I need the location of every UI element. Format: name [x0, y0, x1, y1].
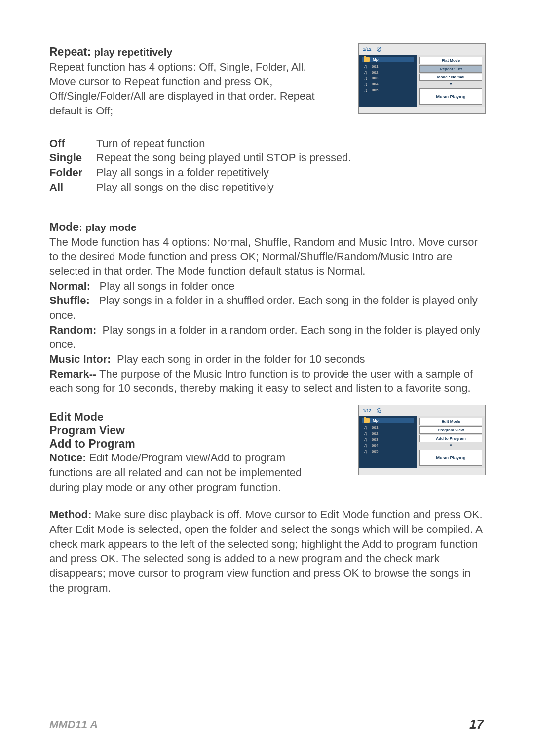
track-list: Mp ♫001 ♫002 ♫003 ♫004 ♫005	[359, 416, 417, 468]
option-row: Folder Play all songs in a folder repeti…	[49, 165, 484, 180]
folder-icon	[364, 418, 370, 423]
music-note-icon: ♫	[364, 431, 369, 436]
music-note-icon: ♫	[364, 70, 369, 75]
mode-section: Mode: play mode The Mode function has 4 …	[49, 220, 484, 396]
remark-desc: The purpose of the Music Intro function …	[49, 368, 473, 395]
normal-label: Normal:	[49, 280, 90, 292]
option-label: Folder	[49, 165, 96, 180]
track-list: Mp ♫001 ♫002 ♫003 ♫004 ♫005	[359, 55, 417, 107]
fig-footer	[359, 468, 485, 475]
random-desc: Play songs in a folder in a random order…	[49, 324, 483, 351]
track-row: ♫001	[362, 424, 414, 430]
option-label: Single	[49, 151, 96, 165]
screenshot-edit-mode: 1/12 Mp ♫001 ♫002 ♫003 ♫004 ♫005 Edit Mo…	[358, 405, 486, 475]
option-label: All	[49, 180, 96, 195]
page-number: 17	[469, 717, 484, 732]
folder-label: Mp	[373, 57, 379, 62]
chevron-down-icon: ▼	[419, 443, 482, 448]
folder-icon	[364, 57, 370, 62]
intro-desc: Play each song in order in the folder fo…	[111, 353, 365, 365]
music-note-icon: ♫	[364, 443, 369, 448]
track-row: ♫003	[362, 436, 414, 442]
music-note-icon: ♫	[364, 425, 369, 430]
option-desc: Repeat the song being played until STOP …	[96, 151, 351, 165]
method-label: Method:	[49, 508, 92, 521]
option-label: Off	[49, 136, 96, 151]
remark-label: Remark--	[49, 368, 96, 380]
intro-label: Music Intor:	[49, 353, 111, 365]
menu-add-to-program: Add to Program	[419, 435, 482, 442]
folder-row: Mp	[362, 57, 414, 62]
track-row: ♫002	[362, 69, 414, 75]
chevron-down-icon: ▼	[419, 82, 482, 86]
repeat-heading: Repeat:	[49, 45, 91, 58]
disc-icon	[377, 408, 381, 413]
repeat-subheading: play repetitively	[94, 46, 172, 58]
notice-desc: Edit Mode/Program view/Add to program fu…	[49, 452, 302, 493]
fig-header: 1/12	[359, 405, 485, 416]
track-row: ♫004	[362, 81, 414, 87]
menu-panel: Edit Mode Program View Add to Program ▼ …	[417, 416, 485, 468]
track-row: ♫005	[362, 87, 414, 93]
music-note-icon: ♫	[364, 76, 369, 80]
track-row: ♫004	[362, 442, 414, 448]
mode-heading: Mode	[49, 221, 79, 233]
track-counter: 1/12	[363, 408, 372, 413]
notice-label: Notice:	[49, 452, 86, 464]
model-number: MMD11 A	[49, 718, 98, 731]
fig-footer	[359, 107, 485, 113]
normal-desc: Play all songs in folder once	[90, 280, 234, 292]
option-row: Single Repeat the song being played unti…	[49, 151, 484, 165]
screenshot-flat-mode: 1/12 Mp ♫001 ♫002 ♫003 ♫004 ♫005 Flat Mo…	[358, 43, 486, 114]
disc-icon	[377, 47, 381, 52]
random-label: Random:	[49, 324, 96, 336]
folder-label: Mp	[373, 418, 379, 423]
music-note-icon: ♫	[364, 81, 369, 86]
shuffle-desc: Play songs in a folder in a shuffled ord…	[49, 294, 481, 321]
repeat-body: Repeat function has 4 options: Off, Sing…	[49, 61, 315, 117]
option-desc: Play all songs on the disc repetitively	[96, 180, 274, 195]
menu-mode: Mode : Normal	[419, 74, 482, 81]
fig-header: 1/12	[359, 44, 485, 55]
music-note-icon: ♫	[364, 87, 369, 92]
folder-row: Mp	[362, 418, 414, 423]
menu-program-view: Program View	[419, 426, 482, 434]
menu-flat-mode: Flat Mode	[419, 57, 482, 64]
page-footer: MMD11 A 17	[0, 717, 533, 732]
option-desc: Play all songs in a folder repetitively	[96, 165, 269, 180]
track-counter: 1/12	[363, 47, 372, 52]
track-row: ♫001	[362, 63, 414, 69]
music-playing-box: Music Playing	[419, 88, 482, 105]
menu-panel: Flat Mode Repeat : Off Mode : Normal ▼ M…	[417, 55, 485, 107]
shuffle-label: Shuffle:	[49, 294, 90, 306]
music-note-icon: ♫	[364, 64, 369, 69]
music-playing-box: Music Playing	[419, 450, 482, 466]
track-row: ♫005	[362, 448, 414, 454]
menu-edit-mode: Edit Mode	[419, 418, 482, 425]
option-row: Off Turn of repeat function	[49, 136, 484, 151]
menu-repeat: Repeat : Off	[419, 65, 482, 73]
mode-subheading: : play mode	[79, 222, 137, 233]
music-note-icon: ♫	[364, 437, 369, 442]
option-row: All Play all songs on the disc repetitiv…	[49, 180, 484, 195]
track-row: ♫002	[362, 430, 414, 436]
method-desc: Make sure disc playback is off. Move cur…	[49, 508, 483, 594]
music-note-icon: ♫	[364, 449, 369, 454]
option-desc: Turn of repeat function	[96, 136, 205, 151]
track-row: ♫003	[362, 75, 414, 81]
mode-body: The Mode function has 4 options: Normal,…	[49, 236, 478, 277]
